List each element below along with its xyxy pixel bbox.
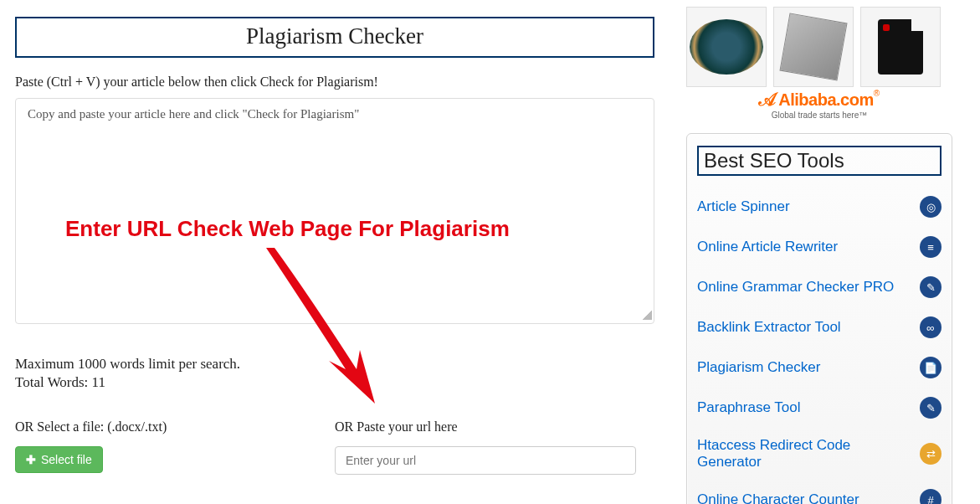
ad-product-2[interactable] bbox=[773, 7, 854, 87]
tool-link[interactable]: Backlink Extractor Tool bbox=[697, 319, 841, 336]
page-title-box: Plagiarism Checker bbox=[15, 17, 654, 58]
tool-link[interactable]: Article Spinner bbox=[697, 198, 790, 215]
tool-link[interactable]: Online Grammar Checker PRO bbox=[697, 279, 894, 296]
tool-link[interactable]: Online Character Counter bbox=[697, 491, 859, 504]
tool-item-htaccess-redirect[interactable]: Htaccess Redirect Code Generator ⇄ bbox=[697, 429, 942, 481]
plus-icon: ✚ bbox=[26, 453, 36, 466]
alibaba-logo[interactable]: 𝒜 Alibaba.com® Global trade starts here™ bbox=[686, 89, 952, 120]
tool-item-character-counter[interactable]: Online Character Counter # bbox=[697, 481, 942, 504]
tool-icon: ◎ bbox=[920, 196, 942, 218]
tool-item-plagiarism-checker[interactable]: Plagiarism Checker 📄 bbox=[697, 348, 942, 388]
annotation-text: Enter URL Check Web Page For Plagiarism bbox=[65, 216, 510, 242]
select-file-button-label: Select file bbox=[41, 453, 92, 466]
file-select-label: OR Select a file: (.docx/.txt) bbox=[15, 419, 335, 435]
tool-item-backlink-extractor[interactable]: Backlink Extractor Tool ∞ bbox=[697, 308, 942, 348]
ad-product-row bbox=[686, 7, 952, 87]
tool-link[interactable]: Htaccess Redirect Code Generator bbox=[697, 437, 898, 471]
tool-item-grammar-checker[interactable]: Online Grammar Checker PRO ✎ bbox=[697, 268, 942, 308]
instructions-text: Paste (Ctrl + V) your article below then… bbox=[15, 75, 654, 90]
alibaba-logo-dotcom: .com bbox=[836, 90, 874, 109]
tool-item-article-spinner[interactable]: Article Spinner ◎ bbox=[697, 188, 942, 228]
tool-link[interactable]: Plagiarism Checker bbox=[697, 359, 820, 376]
ad-product-3[interactable] bbox=[860, 7, 941, 87]
ad-product-1[interactable] bbox=[686, 7, 767, 87]
tool-icon: ✎ bbox=[920, 397, 942, 419]
page-title: Plagiarism Checker bbox=[17, 23, 653, 49]
textarea-resize-icon[interactable] bbox=[642, 310, 652, 320]
tool-icon: # bbox=[920, 489, 942, 504]
tool-item-paraphrase-tool[interactable]: Paraphrase Tool ✎ bbox=[697, 388, 942, 429]
tools-panel: Best SEO Tools Article Spinner ◎ Online … bbox=[686, 133, 952, 504]
annotation-arrow-icon bbox=[249, 248, 400, 407]
tool-icon: ⇄ bbox=[920, 443, 942, 465]
main-content: Plagiarism Checker Paste (Ctrl + V) your… bbox=[0, 0, 670, 504]
url-paste-label: OR Paste your url here bbox=[335, 419, 654, 435]
tool-icon: 📄 bbox=[920, 357, 942, 378]
sidebar: 𝒜 Alibaba.com® Global trade starts here™… bbox=[670, 0, 962, 504]
tools-panel-title: Best SEO Tools bbox=[697, 146, 942, 176]
tool-icon: ∞ bbox=[920, 316, 942, 338]
tool-item-article-rewriter[interactable]: Online Article Rewriter ≡ bbox=[697, 228, 942, 268]
url-input[interactable] bbox=[335, 446, 636, 475]
alibaba-tagline: Global trade starts here bbox=[772, 111, 859, 120]
tool-icon: ≡ bbox=[920, 236, 942, 258]
tool-link[interactable]: Paraphrase Tool bbox=[697, 399, 801, 416]
alibaba-logo-text: Alibaba bbox=[778, 90, 836, 109]
sdcard-icon bbox=[878, 19, 923, 75]
chip-icon bbox=[779, 13, 847, 80]
tool-icon: ✎ bbox=[920, 276, 942, 298]
cushion-icon bbox=[690, 19, 763, 75]
tool-link[interactable]: Online Article Rewriter bbox=[697, 239, 838, 255]
select-file-button[interactable]: ✚ Select file bbox=[15, 446, 103, 473]
